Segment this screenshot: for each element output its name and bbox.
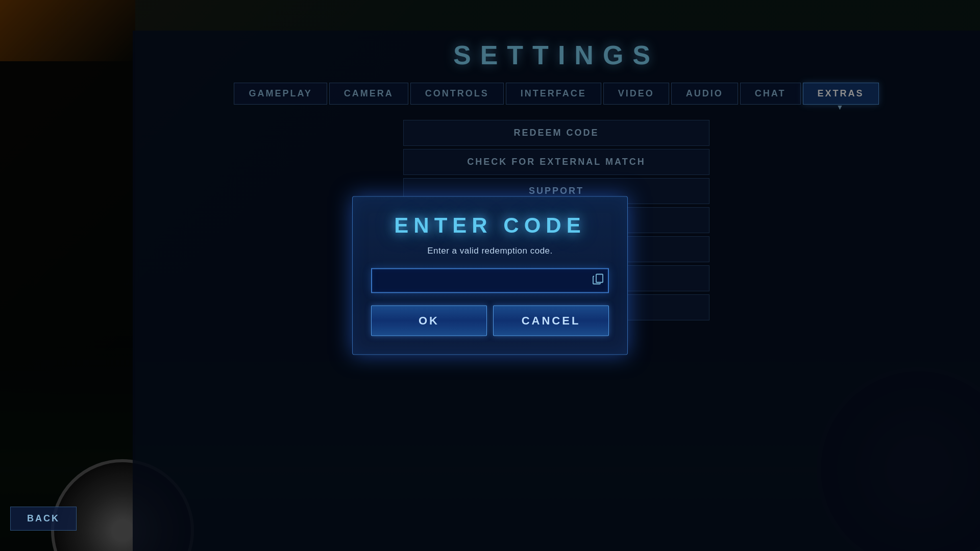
ok-button[interactable]: OK <box>371 306 487 336</box>
code-input[interactable] <box>371 268 609 293</box>
code-input-container <box>371 268 609 293</box>
enter-code-dialog: ENTER CODE Enter a valid redemption code… <box>352 196 628 355</box>
dialog-subtitle: Enter a valid redemption code. <box>427 246 553 256</box>
svg-rect-0 <box>596 274 603 282</box>
dialog-title: ENTER CODE <box>394 213 585 238</box>
back-button[interactable]: BACK <box>10 507 77 531</box>
clipboard-icon[interactable] <box>592 273 604 288</box>
cancel-button[interactable]: CANCEL <box>493 306 609 336</box>
dialog-buttons: OK CANCEL <box>371 306 609 336</box>
